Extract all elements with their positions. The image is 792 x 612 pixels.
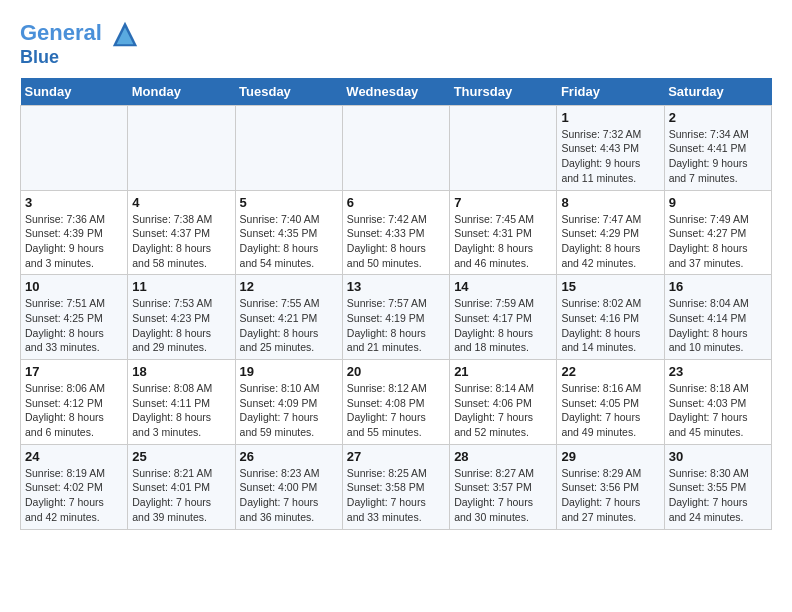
- day-number: 11: [132, 279, 230, 294]
- day-number: 26: [240, 449, 338, 464]
- calendar-cell: 11Sunrise: 7:53 AM Sunset: 4:23 PM Dayli…: [128, 275, 235, 360]
- day-info: Sunrise: 8:16 AM Sunset: 4:05 PM Dayligh…: [561, 381, 659, 440]
- calendar-cell: 17Sunrise: 8:06 AM Sunset: 4:12 PM Dayli…: [21, 360, 128, 445]
- logo-text: General: [20, 20, 139, 48]
- calendar-cell: 18Sunrise: 8:08 AM Sunset: 4:11 PM Dayli…: [128, 360, 235, 445]
- day-info: Sunrise: 7:36 AM Sunset: 4:39 PM Dayligh…: [25, 212, 123, 271]
- calendar-cell: [21, 105, 128, 190]
- day-number: 1: [561, 110, 659, 125]
- day-number: 2: [669, 110, 767, 125]
- weekday-header-wednesday: Wednesday: [342, 78, 449, 106]
- day-number: 10: [25, 279, 123, 294]
- calendar-cell: 25Sunrise: 8:21 AM Sunset: 4:01 PM Dayli…: [128, 444, 235, 529]
- page-header: General Blue: [20, 20, 772, 68]
- weekday-header-tuesday: Tuesday: [235, 78, 342, 106]
- calendar-cell: 13Sunrise: 7:57 AM Sunset: 4:19 PM Dayli…: [342, 275, 449, 360]
- calendar-cell: 28Sunrise: 8:27 AM Sunset: 3:57 PM Dayli…: [450, 444, 557, 529]
- day-number: 19: [240, 364, 338, 379]
- day-number: 16: [669, 279, 767, 294]
- day-number: 24: [25, 449, 123, 464]
- weekday-header-sunday: Sunday: [21, 78, 128, 106]
- day-info: Sunrise: 8:30 AM Sunset: 3:55 PM Dayligh…: [669, 466, 767, 525]
- day-number: 4: [132, 195, 230, 210]
- day-info: Sunrise: 8:02 AM Sunset: 4:16 PM Dayligh…: [561, 296, 659, 355]
- day-number: 7: [454, 195, 552, 210]
- day-info: Sunrise: 8:25 AM Sunset: 3:58 PM Dayligh…: [347, 466, 445, 525]
- day-info: Sunrise: 7:34 AM Sunset: 4:41 PM Dayligh…: [669, 127, 767, 186]
- calendar-cell: [235, 105, 342, 190]
- day-number: 23: [669, 364, 767, 379]
- calendar-cell: 12Sunrise: 7:55 AM Sunset: 4:21 PM Dayli…: [235, 275, 342, 360]
- day-number: 30: [669, 449, 767, 464]
- calendar-cell: 21Sunrise: 8:14 AM Sunset: 4:06 PM Dayli…: [450, 360, 557, 445]
- day-number: 25: [132, 449, 230, 464]
- day-info: Sunrise: 7:42 AM Sunset: 4:33 PM Dayligh…: [347, 212, 445, 271]
- day-number: 21: [454, 364, 552, 379]
- day-info: Sunrise: 7:38 AM Sunset: 4:37 PM Dayligh…: [132, 212, 230, 271]
- calendar-cell: 6Sunrise: 7:42 AM Sunset: 4:33 PM Daylig…: [342, 190, 449, 275]
- day-info: Sunrise: 7:45 AM Sunset: 4:31 PM Dayligh…: [454, 212, 552, 271]
- logo-blue: Blue: [20, 48, 139, 68]
- day-number: 3: [25, 195, 123, 210]
- day-info: Sunrise: 7:59 AM Sunset: 4:17 PM Dayligh…: [454, 296, 552, 355]
- day-number: 9: [669, 195, 767, 210]
- day-info: Sunrise: 8:14 AM Sunset: 4:06 PM Dayligh…: [454, 381, 552, 440]
- day-number: 6: [347, 195, 445, 210]
- calendar-cell: 29Sunrise: 8:29 AM Sunset: 3:56 PM Dayli…: [557, 444, 664, 529]
- calendar-cell: 10Sunrise: 7:51 AM Sunset: 4:25 PM Dayli…: [21, 275, 128, 360]
- calendar-cell: 24Sunrise: 8:19 AM Sunset: 4:02 PM Dayli…: [21, 444, 128, 529]
- day-number: 5: [240, 195, 338, 210]
- calendar-cell: 22Sunrise: 8:16 AM Sunset: 4:05 PM Dayli…: [557, 360, 664, 445]
- calendar-cell: 8Sunrise: 7:47 AM Sunset: 4:29 PM Daylig…: [557, 190, 664, 275]
- day-info: Sunrise: 8:19 AM Sunset: 4:02 PM Dayligh…: [25, 466, 123, 525]
- day-info: Sunrise: 8:18 AM Sunset: 4:03 PM Dayligh…: [669, 381, 767, 440]
- day-info: Sunrise: 8:08 AM Sunset: 4:11 PM Dayligh…: [132, 381, 230, 440]
- day-info: Sunrise: 8:21 AM Sunset: 4:01 PM Dayligh…: [132, 466, 230, 525]
- weekday-header-saturday: Saturday: [664, 78, 771, 106]
- day-number: 17: [25, 364, 123, 379]
- day-info: Sunrise: 7:53 AM Sunset: 4:23 PM Dayligh…: [132, 296, 230, 355]
- day-number: 20: [347, 364, 445, 379]
- day-info: Sunrise: 8:04 AM Sunset: 4:14 PM Dayligh…: [669, 296, 767, 355]
- day-info: Sunrise: 8:10 AM Sunset: 4:09 PM Dayligh…: [240, 381, 338, 440]
- calendar-cell: 27Sunrise: 8:25 AM Sunset: 3:58 PM Dayli…: [342, 444, 449, 529]
- calendar-cell: 16Sunrise: 8:04 AM Sunset: 4:14 PM Dayli…: [664, 275, 771, 360]
- day-info: Sunrise: 7:57 AM Sunset: 4:19 PM Dayligh…: [347, 296, 445, 355]
- weekday-header-monday: Monday: [128, 78, 235, 106]
- calendar-cell: 4Sunrise: 7:38 AM Sunset: 4:37 PM Daylig…: [128, 190, 235, 275]
- day-info: Sunrise: 7:49 AM Sunset: 4:27 PM Dayligh…: [669, 212, 767, 271]
- day-info: Sunrise: 7:51 AM Sunset: 4:25 PM Dayligh…: [25, 296, 123, 355]
- calendar-cell: 15Sunrise: 8:02 AM Sunset: 4:16 PM Dayli…: [557, 275, 664, 360]
- calendar-table: SundayMondayTuesdayWednesdayThursdayFrid…: [20, 78, 772, 530]
- calendar-cell: 30Sunrise: 8:30 AM Sunset: 3:55 PM Dayli…: [664, 444, 771, 529]
- day-number: 18: [132, 364, 230, 379]
- day-number: 8: [561, 195, 659, 210]
- calendar-cell: 14Sunrise: 7:59 AM Sunset: 4:17 PM Dayli…: [450, 275, 557, 360]
- day-number: 14: [454, 279, 552, 294]
- weekday-header-thursday: Thursday: [450, 78, 557, 106]
- day-info: Sunrise: 7:40 AM Sunset: 4:35 PM Dayligh…: [240, 212, 338, 271]
- day-number: 27: [347, 449, 445, 464]
- day-number: 29: [561, 449, 659, 464]
- day-number: 13: [347, 279, 445, 294]
- weekday-header-friday: Friday: [557, 78, 664, 106]
- calendar-cell: 7Sunrise: 7:45 AM Sunset: 4:31 PM Daylig…: [450, 190, 557, 275]
- day-number: 12: [240, 279, 338, 294]
- day-info: Sunrise: 7:32 AM Sunset: 4:43 PM Dayligh…: [561, 127, 659, 186]
- day-number: 22: [561, 364, 659, 379]
- day-info: Sunrise: 8:27 AM Sunset: 3:57 PM Dayligh…: [454, 466, 552, 525]
- calendar-cell: 19Sunrise: 8:10 AM Sunset: 4:09 PM Dayli…: [235, 360, 342, 445]
- day-info: Sunrise: 7:55 AM Sunset: 4:21 PM Dayligh…: [240, 296, 338, 355]
- day-info: Sunrise: 8:29 AM Sunset: 3:56 PM Dayligh…: [561, 466, 659, 525]
- day-info: Sunrise: 7:47 AM Sunset: 4:29 PM Dayligh…: [561, 212, 659, 271]
- day-number: 28: [454, 449, 552, 464]
- day-info: Sunrise: 8:12 AM Sunset: 4:08 PM Dayligh…: [347, 381, 445, 440]
- calendar-cell: 2Sunrise: 7:34 AM Sunset: 4:41 PM Daylig…: [664, 105, 771, 190]
- day-info: Sunrise: 8:06 AM Sunset: 4:12 PM Dayligh…: [25, 381, 123, 440]
- calendar-cell: 9Sunrise: 7:49 AM Sunset: 4:27 PM Daylig…: [664, 190, 771, 275]
- calendar-cell: 5Sunrise: 7:40 AM Sunset: 4:35 PM Daylig…: [235, 190, 342, 275]
- calendar-cell: [342, 105, 449, 190]
- calendar-cell: [128, 105, 235, 190]
- calendar-cell: 23Sunrise: 8:18 AM Sunset: 4:03 PM Dayli…: [664, 360, 771, 445]
- calendar-cell: 26Sunrise: 8:23 AM Sunset: 4:00 PM Dayli…: [235, 444, 342, 529]
